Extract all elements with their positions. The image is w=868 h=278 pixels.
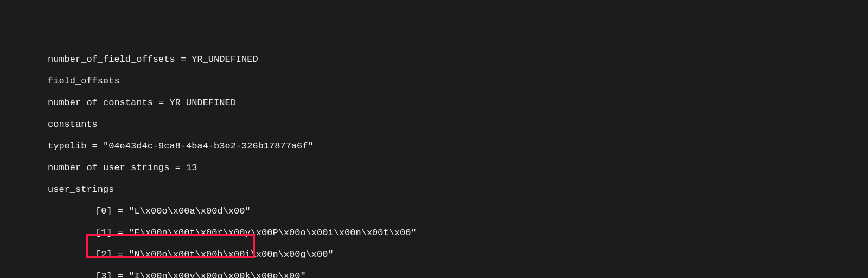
user-string-1: [1] = "E\x00n\x00t\x00r\x00y\x00P\x00o\x… (0, 228, 868, 238)
user-string-2: [2] = "N\x00o\x00t\x00h\x00i\x00n\x00g\x… (0, 249, 868, 260)
output-line: field_offsets (0, 76, 868, 87)
output-line: constants (0, 119, 868, 130)
user-string-3: [3] = "I\x00n\x00v\x00o\x00k\x00e\x00" (0, 271, 868, 278)
output-line: typelib = "04e43d4c-9ca8-4ba4-b3e2-326b1… (0, 141, 868, 152)
output-line: number_of_constants = YR_UNDEFINED (0, 98, 868, 108)
output-line: user_strings (0, 184, 868, 195)
output-line: number_of_field_offsets = YR_UNDEFINED (0, 54, 868, 65)
user-string-0: [0] = "L\x00o\x00a\x00d\x00" (0, 206, 868, 217)
output-line: number_of_user_strings = 13 (0, 163, 868, 173)
